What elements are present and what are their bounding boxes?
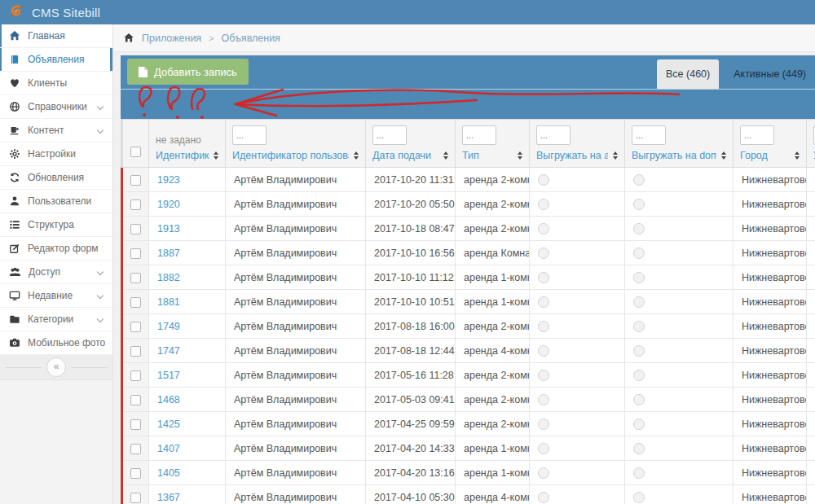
row-checkbox[interactable]	[130, 444, 141, 454]
domclick-radio[interactable]	[633, 370, 645, 381]
record-id-link[interactable]: 1405	[157, 467, 180, 479]
sidebar-item-listings[interactable]: Объявления	[0, 48, 112, 72]
sort-link-date[interactable]: Дата подачи	[372, 150, 431, 161]
sidebar-collapse-button[interactable]: «	[46, 357, 66, 377]
sidebar-item-updates[interactable]: Обновления	[0, 166, 112, 190]
add-record-button[interactable]: Добавить запись	[127, 59, 249, 85]
record-id-link[interactable]: 1749	[157, 321, 180, 332]
sort-icon[interactable]	[438, 151, 448, 160]
domclick-radio[interactable]	[633, 174, 645, 186]
row-checkbox[interactable]	[130, 322, 141, 332]
record-id-link[interactable]: 1517	[157, 370, 180, 381]
sidebar-item-clients[interactable]: Клиенты	[0, 72, 112, 95]
row-checkbox[interactable]	[130, 297, 141, 308]
domclick-radio[interactable]	[633, 467, 645, 479]
filter-input-city[interactable]	[740, 125, 774, 145]
row-checkbox[interactable]	[130, 199, 141, 210]
avito-radio[interactable]	[538, 394, 549, 405]
avito-radio[interactable]	[538, 419, 549, 430]
sort-icon[interactable]	[513, 151, 522, 160]
avito-radio[interactable]	[538, 223, 549, 234]
sidebar-item-directories[interactable]: Справочники	[0, 95, 112, 119]
sidebar-item-form-editor[interactable]: Редактор форм	[0, 237, 112, 261]
filter-input-domclick[interactable]	[632, 125, 666, 145]
sidebar-item-mobile-photo[interactable]: Мобильное фото	[0, 331, 112, 355]
sort-link-id[interactable]: Идентификатор	[156, 150, 209, 161]
avito-radio[interactable]	[538, 199, 549, 210]
avito-radio[interactable]	[538, 296, 549, 308]
domclick-radio[interactable]	[633, 272, 645, 283]
tab-active[interactable]: Активные (449)	[725, 59, 815, 89]
cell-street: Д	[807, 339, 815, 363]
filter-input-avito[interactable]	[536, 125, 570, 145]
row-checkbox[interactable]	[130, 248, 141, 259]
sort-icon[interactable]	[209, 151, 218, 160]
row-checkbox[interactable]	[130, 224, 141, 234]
domclick-radio[interactable]	[633, 199, 645, 210]
avito-radio[interactable]	[538, 248, 549, 259]
record-id-link[interactable]: 1881	[157, 296, 180, 308]
domclick-radio[interactable]	[633, 321, 645, 332]
domclick-radio[interactable]	[633, 248, 645, 259]
record-id-link[interactable]: 1882	[157, 272, 180, 283]
sort-link-user[interactable]: Идентификатор пользователя	[232, 150, 349, 161]
sidebar-item-settings[interactable]: Настройки	[0, 142, 112, 166]
sidebar-item-categories[interactable]: Категории	[0, 308, 112, 331]
row-checkbox[interactable]	[130, 346, 141, 357]
row-checkbox[interactable]	[130, 419, 141, 430]
avito-radio[interactable]	[538, 345, 549, 357]
sidebar-item-access[interactable]: Доступ	[0, 261, 112, 284]
cell-id: 1882	[149, 265, 226, 290]
row-checkbox[interactable]	[130, 493, 141, 503]
sort-link-type[interactable]: Тип	[462, 150, 479, 161]
avito-radio[interactable]	[538, 443, 549, 454]
sort-icon[interactable]	[349, 151, 359, 160]
row-select-cell	[122, 290, 149, 314]
sidebar-item-home[interactable]: Главная	[0, 24, 112, 48]
sort-link-avito[interactable]: Выгружать на avito	[536, 150, 608, 161]
sidebar-item-recent[interactable]: Недавние	[0, 284, 112, 308]
sort-link-domclick[interactable]: Выгружать на domclick	[632, 150, 716, 161]
filter-input-type[interactable]	[462, 125, 496, 145]
avito-radio[interactable]	[538, 492, 549, 503]
avito-radio[interactable]	[538, 467, 549, 479]
record-id-link[interactable]: 1425	[157, 419, 180, 430]
sort-icon[interactable]	[608, 151, 618, 160]
avito-radio[interactable]	[538, 272, 549, 283]
breadcrumb-item-apps[interactable]: Приложения	[142, 33, 201, 44]
domclick-radio[interactable]	[633, 345, 645, 357]
domclick-radio[interactable]	[633, 296, 645, 308]
filter-input-date[interactable]	[372, 125, 407, 145]
sidebar-item-users[interactable]: Пользователи	[0, 190, 112, 213]
filter-input-user[interactable]	[232, 125, 267, 145]
sidebar-item-content[interactable]: Контент	[0, 119, 112, 142]
tab-all[interactable]: Все (460)	[657, 59, 719, 89]
domclick-radio[interactable]	[633, 443, 645, 454]
sort-icon[interactable]	[716, 151, 726, 160]
row-checkbox[interactable]	[130, 468, 141, 479]
domclick-radio[interactable]	[633, 394, 645, 405]
record-id-link[interactable]: 1747	[157, 345, 180, 357]
record-id-link[interactable]: 1913	[157, 223, 180, 234]
select-all-checkbox[interactable]	[130, 147, 141, 157]
domclick-radio[interactable]	[633, 223, 645, 234]
record-id-link[interactable]: 1923	[157, 174, 180, 186]
record-id-link[interactable]: 1407	[157, 443, 180, 454]
sort-icon[interactable]	[790, 151, 800, 160]
record-id-link[interactable]: 1887	[157, 248, 180, 259]
domclick-radio[interactable]	[633, 419, 645, 430]
record-id-link[interactable]: 1367	[157, 492, 180, 503]
record-id-link[interactable]: 1920	[157, 199, 180, 210]
row-checkbox[interactable]	[130, 273, 141, 283]
sidebar-item-structure[interactable]: Структура	[0, 213, 112, 237]
avito-radio[interactable]	[538, 174, 549, 186]
row-checkbox[interactable]	[130, 395, 141, 405]
avito-radio[interactable]	[538, 321, 549, 332]
sort-link-city[interactable]: Город	[740, 150, 768, 161]
domclick-radio[interactable]	[633, 492, 645, 503]
row-checkbox[interactable]	[130, 175, 141, 186]
row-checkbox[interactable]	[130, 370, 141, 381]
avito-radio[interactable]	[538, 370, 549, 381]
breadcrumb-item-listings[interactable]: Объявления	[222, 33, 280, 44]
record-id-link[interactable]: 1468	[157, 394, 180, 405]
